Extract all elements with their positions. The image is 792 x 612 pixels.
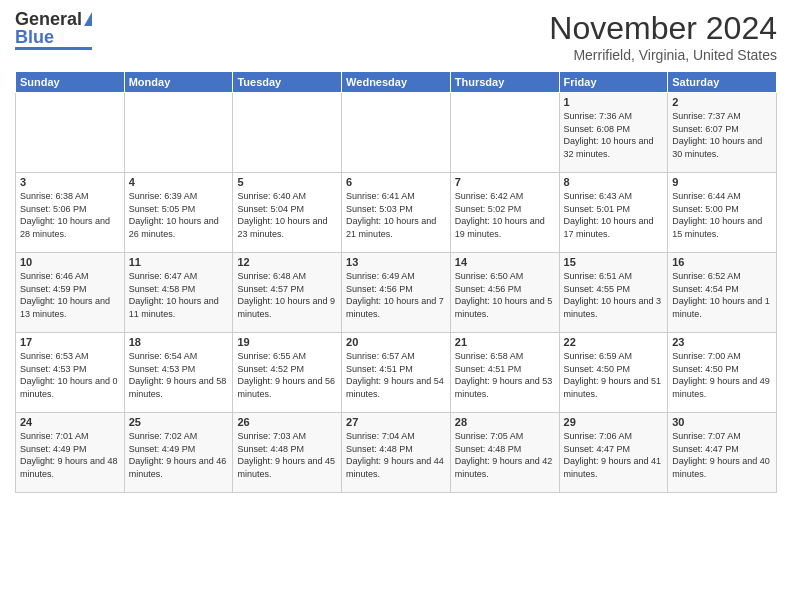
day-cell: 13Sunrise: 6:49 AMSunset: 4:56 PMDayligh… bbox=[342, 253, 451, 333]
day-number: 19 bbox=[237, 336, 337, 348]
day-cell: 29Sunrise: 7:06 AMSunset: 4:47 PMDayligh… bbox=[559, 413, 668, 493]
cell-info: Sunset: 4:54 PM bbox=[672, 283, 772, 296]
cell-info: Daylight: 10 hours and 19 minutes. bbox=[455, 215, 555, 240]
cell-info: Daylight: 10 hours and 26 minutes. bbox=[129, 215, 229, 240]
day-cell: 17Sunrise: 6:53 AMSunset: 4:53 PMDayligh… bbox=[16, 333, 125, 413]
day-number: 8 bbox=[564, 176, 664, 188]
logo: General Blue bbox=[15, 10, 92, 50]
cell-info: Daylight: 10 hours and 13 minutes. bbox=[20, 295, 120, 320]
day-number: 26 bbox=[237, 416, 337, 428]
day-cell: 1Sunrise: 7:36 AMSunset: 6:08 PMDaylight… bbox=[559, 93, 668, 173]
day-number: 28 bbox=[455, 416, 555, 428]
cell-info: Sunset: 4:59 PM bbox=[20, 283, 120, 296]
cell-info: Sunrise: 7:05 AM bbox=[455, 430, 555, 443]
day-number: 11 bbox=[129, 256, 229, 268]
day-number: 6 bbox=[346, 176, 446, 188]
day-number: 2 bbox=[672, 96, 772, 108]
day-cell: 28Sunrise: 7:05 AMSunset: 4:48 PMDayligh… bbox=[450, 413, 559, 493]
cell-info: Sunrise: 6:54 AM bbox=[129, 350, 229, 363]
day-cell: 27Sunrise: 7:04 AMSunset: 4:48 PMDayligh… bbox=[342, 413, 451, 493]
page: General Blue November 2024 Merrifield, V… bbox=[0, 0, 792, 612]
day-cell bbox=[342, 93, 451, 173]
cell-info: Sunset: 4:48 PM bbox=[455, 443, 555, 456]
cell-info: Sunset: 6:07 PM bbox=[672, 123, 772, 136]
cell-info: Daylight: 9 hours and 48 minutes. bbox=[20, 455, 120, 480]
cell-info: Sunset: 4:51 PM bbox=[455, 363, 555, 376]
day-number: 12 bbox=[237, 256, 337, 268]
logo-triangle-icon bbox=[84, 12, 92, 26]
cell-info: Sunset: 5:02 PM bbox=[455, 203, 555, 216]
day-number: 22 bbox=[564, 336, 664, 348]
cell-info: Sunrise: 6:55 AM bbox=[237, 350, 337, 363]
cell-info: Sunrise: 6:49 AM bbox=[346, 270, 446, 283]
cell-info: Daylight: 9 hours and 58 minutes. bbox=[129, 375, 229, 400]
cell-info: Sunset: 4:47 PM bbox=[672, 443, 772, 456]
day-number: 18 bbox=[129, 336, 229, 348]
location: Merrifield, Virginia, United States bbox=[549, 47, 777, 63]
cell-info: Daylight: 9 hours and 45 minutes. bbox=[237, 455, 337, 480]
day-cell bbox=[233, 93, 342, 173]
week-row-1: 1Sunrise: 7:36 AMSunset: 6:08 PMDaylight… bbox=[16, 93, 777, 173]
day-cell: 9Sunrise: 6:44 AMSunset: 5:00 PMDaylight… bbox=[668, 173, 777, 253]
col-header-saturday: Saturday bbox=[668, 72, 777, 93]
cell-info: Sunrise: 7:07 AM bbox=[672, 430, 772, 443]
day-number: 5 bbox=[237, 176, 337, 188]
col-header-tuesday: Tuesday bbox=[233, 72, 342, 93]
logo-underline bbox=[15, 47, 92, 50]
cell-info: Sunset: 4:56 PM bbox=[346, 283, 446, 296]
cell-info: Sunrise: 7:01 AM bbox=[20, 430, 120, 443]
cell-info: Sunrise: 6:51 AM bbox=[564, 270, 664, 283]
day-cell: 2Sunrise: 7:37 AMSunset: 6:07 PMDaylight… bbox=[668, 93, 777, 173]
logo-general: General bbox=[15, 10, 82, 28]
cell-info: Sunrise: 6:43 AM bbox=[564, 190, 664, 203]
day-number: 7 bbox=[455, 176, 555, 188]
cell-info: Daylight: 10 hours and 28 minutes. bbox=[20, 215, 120, 240]
day-cell: 20Sunrise: 6:57 AMSunset: 4:51 PMDayligh… bbox=[342, 333, 451, 413]
cell-info: Sunrise: 7:02 AM bbox=[129, 430, 229, 443]
cell-info: Sunset: 4:51 PM bbox=[346, 363, 446, 376]
cell-info: Sunrise: 7:37 AM bbox=[672, 110, 772, 123]
title-block: November 2024 Merrifield, Virginia, Unit… bbox=[549, 10, 777, 63]
cell-info: Sunset: 4:58 PM bbox=[129, 283, 229, 296]
day-cell: 30Sunrise: 7:07 AMSunset: 4:47 PMDayligh… bbox=[668, 413, 777, 493]
day-number: 30 bbox=[672, 416, 772, 428]
cell-info: Daylight: 9 hours and 49 minutes. bbox=[672, 375, 772, 400]
col-header-friday: Friday bbox=[559, 72, 668, 93]
day-number: 24 bbox=[20, 416, 120, 428]
cell-info: Sunrise: 6:40 AM bbox=[237, 190, 337, 203]
cell-info: Sunset: 4:56 PM bbox=[455, 283, 555, 296]
day-cell: 26Sunrise: 7:03 AMSunset: 4:48 PMDayligh… bbox=[233, 413, 342, 493]
week-row-2: 3Sunrise: 6:38 AMSunset: 5:06 PMDaylight… bbox=[16, 173, 777, 253]
cell-info: Sunrise: 7:06 AM bbox=[564, 430, 664, 443]
cell-info: Daylight: 10 hours and 30 minutes. bbox=[672, 135, 772, 160]
week-row-5: 24Sunrise: 7:01 AMSunset: 4:49 PMDayligh… bbox=[16, 413, 777, 493]
cell-info: Sunrise: 6:41 AM bbox=[346, 190, 446, 203]
cell-info: Daylight: 9 hours and 40 minutes. bbox=[672, 455, 772, 480]
cell-info: Sunrise: 7:36 AM bbox=[564, 110, 664, 123]
cell-info: Sunset: 4:47 PM bbox=[564, 443, 664, 456]
cell-info: Daylight: 9 hours and 56 minutes. bbox=[237, 375, 337, 400]
cell-info: Sunset: 4:57 PM bbox=[237, 283, 337, 296]
col-header-sunday: Sunday bbox=[16, 72, 125, 93]
cell-info: Daylight: 10 hours and 9 minutes. bbox=[237, 295, 337, 320]
cell-info: Daylight: 9 hours and 42 minutes. bbox=[455, 455, 555, 480]
day-cell: 6Sunrise: 6:41 AMSunset: 5:03 PMDaylight… bbox=[342, 173, 451, 253]
day-cell: 24Sunrise: 7:01 AMSunset: 4:49 PMDayligh… bbox=[16, 413, 125, 493]
cell-info: Daylight: 10 hours and 15 minutes. bbox=[672, 215, 772, 240]
cell-info: Daylight: 10 hours and 21 minutes. bbox=[346, 215, 446, 240]
cell-info: Sunrise: 7:03 AM bbox=[237, 430, 337, 443]
cell-info: Sunrise: 7:04 AM bbox=[346, 430, 446, 443]
cell-info: Sunrise: 6:58 AM bbox=[455, 350, 555, 363]
cell-info: Sunrise: 6:57 AM bbox=[346, 350, 446, 363]
calendar-header-row: SundayMondayTuesdayWednesdayThursdayFrid… bbox=[16, 72, 777, 93]
col-header-monday: Monday bbox=[124, 72, 233, 93]
day-cell: 3Sunrise: 6:38 AMSunset: 5:06 PMDaylight… bbox=[16, 173, 125, 253]
cell-info: Daylight: 10 hours and 32 minutes. bbox=[564, 135, 664, 160]
cell-info: Sunset: 5:06 PM bbox=[20, 203, 120, 216]
cell-info: Sunset: 4:52 PM bbox=[237, 363, 337, 376]
day-cell: 10Sunrise: 6:46 AMSunset: 4:59 PMDayligh… bbox=[16, 253, 125, 333]
day-cell: 4Sunrise: 6:39 AMSunset: 5:05 PMDaylight… bbox=[124, 173, 233, 253]
logo-blue: Blue bbox=[15, 28, 54, 46]
day-cell: 25Sunrise: 7:02 AMSunset: 4:49 PMDayligh… bbox=[124, 413, 233, 493]
day-cell: 7Sunrise: 6:42 AMSunset: 5:02 PMDaylight… bbox=[450, 173, 559, 253]
